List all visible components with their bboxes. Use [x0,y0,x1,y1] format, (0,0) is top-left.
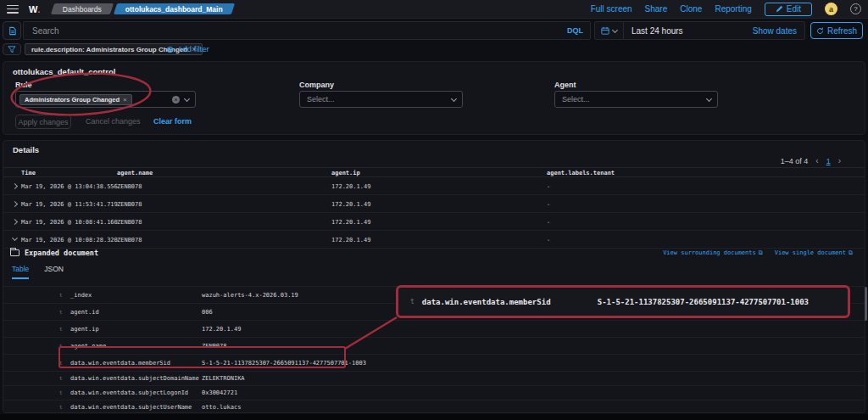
table-row: Mar 19, 2026 @ 11:53:41.719 ZENB078 172.… [3,195,865,213]
field-row: t data.win.eventdata.subjectUserName ott… [3,400,865,414]
cancel-changes-button[interactable]: Cancel changes [86,117,141,126]
clear-selection-icon[interactable]: × [172,96,180,104]
nav-actions: Full screen Share Clone Reporting Edit a… [591,3,868,16]
external-link-icon: ⧉ [849,249,853,256]
company-select[interactable]: Select... [299,91,463,108]
field-type-icon: t [59,309,63,315]
field-row: t agent.name ZENB078 [3,337,865,354]
field-type-icon: t [59,360,63,366]
add-filter-button[interactable]: ⊕ Add filter [166,44,209,53]
row-expander-icon[interactable] [12,219,18,225]
full-screen-link[interactable]: Full screen [591,4,632,14]
table-row: Mar 19, 2026 @ 10:08:41.160 ZENB078 172.… [3,213,865,231]
rule-select[interactable]: Administrators Group Changed × × [15,91,196,108]
row-expander-icon[interactable] [12,235,18,241]
search-placeholder: Search [32,26,59,36]
tab-table[interactable]: Table [12,265,29,279]
control-panel-title: ottolukacs_default_control [13,67,115,76]
time-range-value[interactable]: Last 24 hours [624,26,683,36]
reporting-link[interactable]: Reporting [715,4,751,14]
field-row: t data.win.eventdata.subjectDomainName Z… [3,371,865,385]
control-panel: ottolukacs_default_control Rule Administ… [3,61,865,135]
expanded-document-title: Expanded document [25,249,98,257]
pencil-icon [776,5,783,13]
row-expander-icon[interactable] [12,201,18,207]
field-type-icon: t [59,404,63,410]
field-type-icon: t [59,326,63,332]
document-tabs: Table JSON [12,265,64,279]
time-range-picker: Last 24 hours Show dates [594,21,805,40]
show-dates-button[interactable]: Show dates [753,26,804,36]
tab-json[interactable]: JSON [44,265,64,279]
rule-label: Rule [15,81,32,89]
top-navbar: W. Dashboards ottolukacs_dashboard_Main … [0,0,868,19]
dql-button[interactable]: DQL [567,26,583,35]
apply-changes-button[interactable]: Apply changes [15,115,71,129]
callout-field-name: data.win.eventdata.memberSid [422,298,551,306]
document-icon [10,249,19,256]
rule-selected-pill: Administrators Group Changed × [19,94,132,105]
wazuh-dashboard-app: W. Dashboards ottolukacs_dashboard_Main … [0,0,868,420]
remove-rule-icon[interactable]: × [123,96,127,104]
document-links: View surrounding documents⧉ View single … [663,249,853,256]
prev-page-button[interactable]: ‹ [815,156,818,165]
calendar-icon [601,26,609,35]
bottom-bar [0,414,868,420]
breadcrumb-dashboards[interactable]: Dashboards [51,3,114,14]
field-type-icon: t [59,375,63,381]
view-surrounding-documents-link[interactable]: View surrounding documents⧉ [663,249,763,256]
view-single-document-link[interactable]: View single document⧉ [775,249,853,256]
callout-field-value: S-1-5-21-1137825307-2665091137-427750770… [598,298,809,306]
scrollbar-thumb[interactable] [865,287,867,321]
refresh-button[interactable]: Refresh [810,22,863,39]
field-row: t data.win.eventdata.subjectLogonId 0x30… [3,385,865,400]
details-title: Details [13,145,39,154]
field-type-icon: t [59,343,63,349]
expanded-document-header: Expanded document [10,249,98,257]
menu-icon[interactable] [7,5,19,14]
next-page-button[interactable]: › [838,156,841,165]
field-type-icon: t [59,389,63,395]
field-row: t data.win.eventdata.memberSid S-1-5-21-… [3,354,865,371]
field-type-icon: t [59,292,63,298]
calendar-dropdown[interactable] [595,22,624,39]
share-link[interactable]: Share [645,4,668,14]
edit-button[interactable]: Edit [765,3,812,16]
details-panel: Details 1–4 of 4 ‹ 1 › Time agent.name a… [3,140,865,413]
pagination: 1–4 of 4 ‹ 1 › [781,156,841,165]
chevron-down-icon [706,95,712,101]
chevron-down-icon [184,95,190,101]
breadcrumb: Dashboards ottolukacs_dashboard_Main [53,3,233,14]
clone-link[interactable]: Clone [680,4,702,14]
details-table-header: Time agent.name agent.ip agent.labels.te… [3,167,865,177]
details-table-body: Mar 19, 2026 @ 13:04:38.556 ZENB078 172.… [3,177,865,249]
search-input[interactable]: Search DQL [23,21,591,40]
field-row: t agent.ip 172.20.1.49 [3,320,865,337]
help-icon[interactable]: ? [850,3,861,14]
row-expander-icon[interactable] [12,183,18,189]
chevron-down-icon [612,26,618,32]
pagination-range: 1–4 of 4 [781,157,809,165]
breadcrumb-current-dashboard[interactable]: ottolukacs_dashboard_Main [114,3,235,14]
field-type-icon: t [410,298,415,305]
plus-icon: ⊕ [166,45,174,53]
external-link-icon: ⧉ [759,249,763,256]
saved-query-icon[interactable] [3,21,21,40]
refresh-icon [816,27,824,35]
chevron-down-icon [451,95,457,101]
agent-select[interactable]: Select... [554,91,718,108]
page-number-button[interactable]: 1 [826,157,831,165]
clear-form-button[interactable]: Clear form [153,117,192,126]
table-row: Mar 19, 2026 @ 13:04:38.556 ZENB078 172.… [3,177,865,195]
table-row: Mar 19, 2026 @ 10:08:28.320 ZENB078 172.… [3,231,865,249]
user-avatar[interactable]: a [825,3,837,15]
agent-label: Agent [554,81,576,89]
company-label: Company [299,81,334,89]
filter-icon[interactable] [3,43,21,55]
membersid-callout: t data.win.eventdata.memberSid S-1-5-21-… [396,285,850,318]
wazuh-logo[interactable]: W. [29,4,41,14]
